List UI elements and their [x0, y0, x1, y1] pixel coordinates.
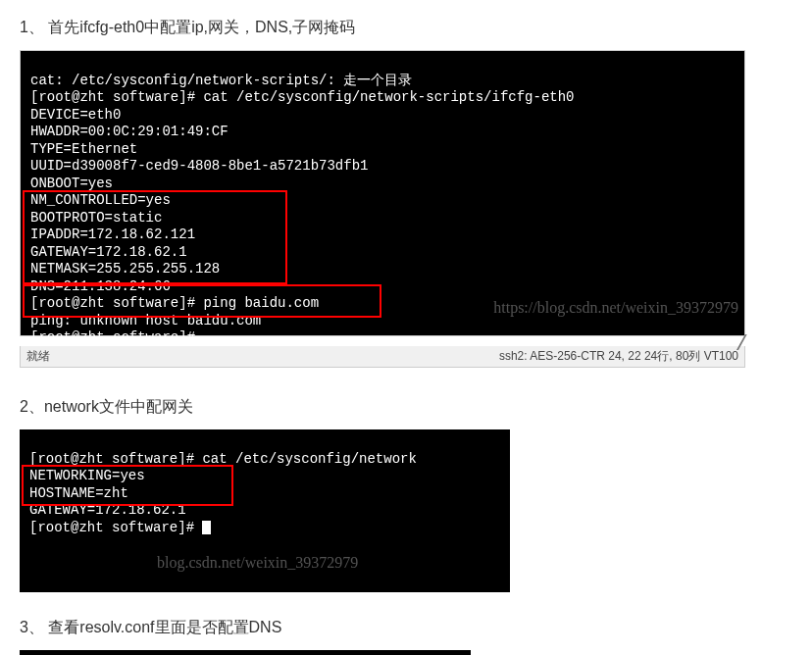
status1-left: 就绪 — [26, 348, 50, 365]
statusbar1: 就绪 ssh2: AES-256-CTR 24, 22 24行, 80列 VT1… — [20, 346, 745, 368]
terminal1-container: cat: /etc/sysconfig/network-scripts/: 走一… — [20, 50, 745, 336]
status1-right: ssh2: AES-256-CTR 24, 22 24行, 80列 VT100 — [499, 348, 738, 365]
t2-l0: [root@zht software]# cat /etc/sysconfig/… — [29, 451, 417, 467]
terminal2-container: [root@zht software]# cat /etc/sysconfig/… — [20, 429, 510, 592]
t2-l3: GATEWAY=172.18.62.1 — [29, 502, 186, 518]
t1-l7: NM_CONTROLLED=yes — [30, 192, 171, 208]
t1-l6: ONBOOT=yes — [30, 176, 113, 191]
t1-l2: DEVICE=eth0 — [30, 107, 121, 123]
t1-l11: NETMASK=255.255.255.128 — [30, 261, 220, 277]
t1-l10: GATEWAY=172.18.62.1 — [30, 244, 187, 260]
terminal2: [root@zht software]# cat /etc/sysconfig/… — [20, 429, 510, 592]
t1-l1: [root@zht software]# cat /etc/sysconfig/… — [30, 89, 575, 105]
cursor2 — [202, 521, 211, 534]
t2-l2: HOSTNAME=zht — [29, 485, 128, 501]
terminal3: [root@zht sysconfig]# /etc/resolv.conf -… — [20, 650, 471, 656]
watermark2: blog.csdn.net/weixin_39372979 — [157, 553, 358, 573]
t2-l4: [root@zht software]# — [29, 520, 202, 535]
t1-l5: UUID=d39008f7-ced9-4808-8be1-a5721b73dfb… — [30, 158, 368, 174]
step2-heading: 2、network文件中配网关 — [20, 397, 792, 418]
step1-heading: 1、 首先ifcfg-eth0中配置ip,网关，DNS,子网掩码 — [20, 18, 792, 38]
watermark1: https://blog.csdn.net/weixin_39372979 — [493, 298, 738, 318]
t1-l8: BOOTPROTO=static — [30, 210, 162, 226]
t1-l0: cat: /etc/sysconfig/network-scripts/: 走一… — [30, 73, 412, 88]
cutoff-slash: / — [736, 332, 748, 357]
t1-l3: HWADDR=00:0C:29:01:49:CF — [30, 124, 228, 139]
t1-l12: DNS=211.138.24.66 — [30, 278, 171, 294]
t1-l15: [root@zht software]# — [30, 329, 203, 345]
step3-heading: 3、 查看resolv.conf里面是否配置DNS — [20, 618, 792, 638]
t2-l1: NETWORKING=yes — [29, 468, 145, 483]
t1-l9: IPADDR=172.18.62.121 — [30, 227, 195, 242]
t1-l13: [root@zht software]# ping baidu.com — [30, 295, 319, 311]
terminal3-container: [root@zht sysconfig]# /etc/resolv.conf -… — [20, 650, 471, 656]
terminal1: cat: /etc/sysconfig/network-scripts/: 走一… — [21, 51, 744, 335]
t1-l14: ping: unknown host baidu.com — [30, 313, 261, 328]
t1-l4: TYPE=Ethernet — [30, 141, 137, 157]
